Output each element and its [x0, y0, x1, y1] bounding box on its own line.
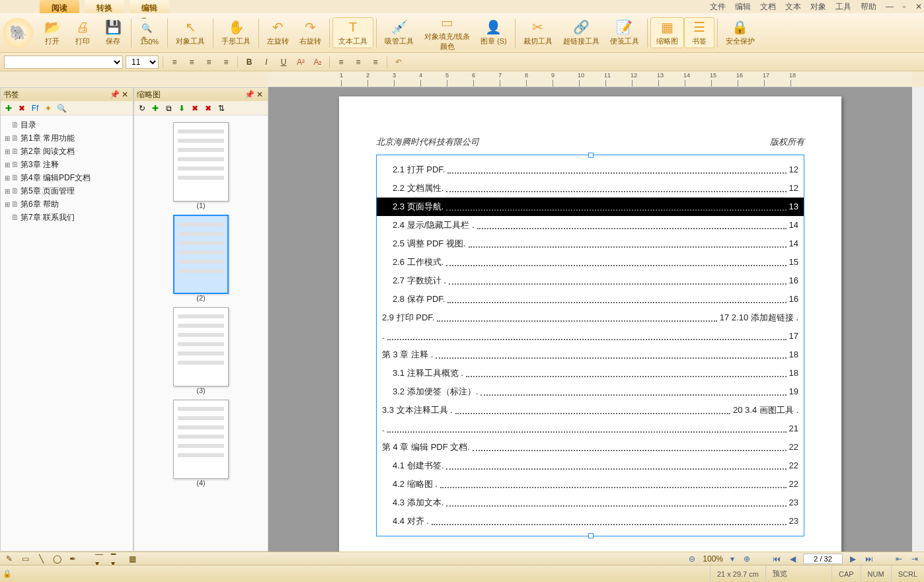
toc-entry[interactable]: .17 [377, 327, 804, 346]
rotate-left-button[interactable]: ↶左旋转 [262, 18, 294, 48]
pin-icon[interactable]: 📌 [244, 89, 254, 100]
bookmark-item[interactable]: ⊞🗎第3章 注释 [3, 158, 130, 171]
menu-object[interactable]: 对象 [806, 0, 830, 14]
stamp-button[interactable]: 👤图章 (S) [475, 18, 512, 48]
maximize-icon[interactable]: ▫ [899, 1, 909, 12]
align-left-button[interactable]: ≡ [167, 55, 182, 69]
superscript-button[interactable]: A² [293, 55, 308, 69]
lock-status-icon[interactable]: 🔒 [0, 569, 15, 578]
menu-file[interactable]: 文件 [706, 0, 730, 14]
subscript-button[interactable]: A₂ [311, 55, 325, 69]
vertical-scrollbar[interactable] [912, 87, 924, 552]
toc-entry[interactable]: 4.4 对齐 .23 [377, 512, 804, 530]
align-right-button[interactable]: ≡ [202, 55, 216, 69]
toc-entry[interactable]: 2.3 页面导航.13 [377, 198, 804, 216]
hand-tool-button[interactable]: ✋手形工具 [216, 18, 256, 48]
bold-button[interactable]: B [242, 55, 256, 69]
toc-entry[interactable]: 4.3 添加文本.23 [377, 493, 804, 512]
tree-toggle-icon[interactable]: ⊞ [3, 148, 11, 155]
hyperlink-button[interactable]: 🔗超链接工具 [558, 18, 605, 48]
app-logo-icon[interactable]: 🐘 [3, 18, 33, 48]
bookmark-item[interactable]: ⊞🗎第4章 编辑PDF文档 [3, 171, 130, 184]
thumbnail-page[interactable] [173, 400, 229, 479]
history-back-icon[interactable]: ⇤ [894, 554, 904, 564]
pin-icon[interactable]: 📌 [109, 89, 120, 100]
print-button[interactable]: 🖨打印 [67, 18, 98, 48]
toc-entry[interactable]: 2.6 工作模式.15 [377, 253, 804, 272]
toc-entry[interactable]: 2.2 文档属性.12 [377, 179, 804, 198]
align-justify-button[interactable]: ≡ [219, 55, 233, 69]
pen-tool-icon[interactable]: ✒ [67, 554, 78, 564]
text-tool-button[interactable]: T文本工具 [332, 17, 373, 48]
italic-button[interactable]: I [259, 55, 274, 69]
copy-page-icon[interactable]: ⧉ [163, 103, 174, 114]
thumbnail-page[interactable] [173, 122, 229, 201]
bookmark-item[interactable]: 🗎第7章 联系我们 [3, 211, 130, 224]
rotate-right-button[interactable]: ↷右旋转 [294, 18, 327, 48]
save-button[interactable]: 💾保存 [98, 18, 128, 48]
delete-page-icon[interactable]: ✖ [190, 103, 200, 114]
close-panel-icon[interactable]: ✕ [120, 89, 130, 100]
selected-text-box[interactable]: 2.1 打开 PDF.122.2 文档属性.122.3 页面导航.132.4 显… [376, 155, 804, 536]
close-icon[interactable]: ✕ [913, 1, 924, 12]
next-page-icon[interactable]: ▶ [848, 554, 858, 564]
zoom-control[interactable]: − 🔍 +150% [134, 19, 165, 47]
zoom-in-icon[interactable]: ⊕ [742, 554, 752, 564]
line-spacing-2-button[interactable]: ≡ [351, 55, 366, 69]
goto-bookmark-icon[interactable]: ✦ [43, 103, 54, 114]
line-weight-icon[interactable]: ━ ▾ [111, 554, 122, 564]
history-forward-icon[interactable]: ⇥ [909, 554, 920, 564]
pencil-tool-icon[interactable]: ✎ [4, 554, 15, 564]
toc-entry[interactable]: 4.1 创建书签.22 [377, 456, 804, 475]
tree-toggle-icon[interactable]: ⊞ [3, 201, 11, 208]
menu-edit[interactable]: 编辑 [731, 0, 755, 14]
font-family-select[interactable] [4, 55, 123, 69]
toc-entry[interactable]: 2.7 字数统计 .16 [377, 272, 804, 290]
rect-tool-icon[interactable]: ▭ [20, 554, 30, 564]
toc-entry[interactable]: 3.3 文本注释工具 .20 3.4 画图工具 . [377, 401, 804, 419]
delete-bookmark-icon[interactable]: ✖ [17, 103, 27, 114]
line-style-icon[interactable]: — ▾ [95, 554, 106, 564]
font-bookmark-icon[interactable]: Ff [30, 103, 40, 114]
line-spacing-3-button[interactable]: ≡ [368, 55, 383, 69]
tree-toggle-icon[interactable]: ⊞ [3, 174, 11, 182]
minimize-icon[interactable]: — [884, 1, 895, 12]
thumbnail-page[interactable] [173, 307, 229, 386]
crop-button[interactable]: ✂裁切工具 [518, 18, 558, 48]
tree-toggle-icon[interactable]: ⊞ [3, 188, 11, 195]
bookmark-item[interactable]: ⊞🗎第1章 常用功能 [3, 131, 130, 145]
thumbnail-button[interactable]: ▦缩略图 [650, 17, 684, 48]
toc-entry[interactable]: 第 4 章 编辑 PDF 文档.22 [377, 438, 804, 456]
toc-entry[interactable]: 4.2 缩略图 .22 [377, 475, 804, 493]
color-picker-icon[interactable]: ▦ [127, 554, 137, 564]
note-button[interactable]: 📝便笺工具 [605, 18, 644, 48]
rotate-thumb-icon[interactable]: ↻ [137, 103, 147, 114]
prev-page-icon[interactable]: ◀ [788, 554, 798, 564]
toc-entry[interactable]: 2.5 调整 PDF 视图.14 [377, 235, 804, 253]
menu-text[interactable]: 文本 [781, 0, 805, 14]
menu-document[interactable]: 文档 [756, 0, 780, 14]
font-size-select[interactable]: 11 [126, 55, 159, 69]
reorder-page-icon[interactable]: ⇅ [216, 103, 227, 114]
toc-entry[interactable]: 第 3 章 注释 .18 [377, 346, 804, 364]
toc-entry[interactable]: 2.1 打开 PDF.12 [377, 161, 804, 179]
menu-tool[interactable]: 工具 [831, 0, 855, 14]
toc-entry[interactable]: 2.9 打印 PDF.17 2.10 添加超链接 . [377, 309, 804, 327]
thumbnail-page[interactable] [173, 215, 229, 294]
line-spacing-1-button[interactable]: ≡ [334, 55, 348, 69]
bookmark-button[interactable]: ☰书签 [684, 17, 714, 48]
line-tool-icon[interactable]: ╲ [36, 554, 46, 564]
tree-toggle-icon[interactable]: ⊞ [3, 135, 11, 142]
last-page-icon[interactable]: ⏭ [863, 554, 875, 564]
toc-entry[interactable]: 2.8 保存 PDF.16 [377, 290, 804, 309]
toc-entry[interactable]: 2.4 显示/隐藏工具栏 .14 [377, 216, 804, 235]
open-button[interactable]: 📂打开 [37, 18, 67, 48]
bookmark-item[interactable]: ⊞🗎第6章 帮助 [3, 198, 130, 211]
eyedropper-button[interactable]: 💉吸管工具 [379, 18, 419, 48]
toc-entry[interactable]: .21 [377, 419, 804, 438]
menu-help[interactable]: 帮助 [857, 0, 880, 14]
undo-button[interactable]: ↶ [391, 55, 406, 69]
zoom-out-icon[interactable]: ⊖ [687, 554, 697, 564]
bookmark-item[interactable]: ⊞🗎第2章 阅读文档 [3, 145, 130, 158]
object-tool-button[interactable]: ↖对象工具 [171, 18, 210, 48]
